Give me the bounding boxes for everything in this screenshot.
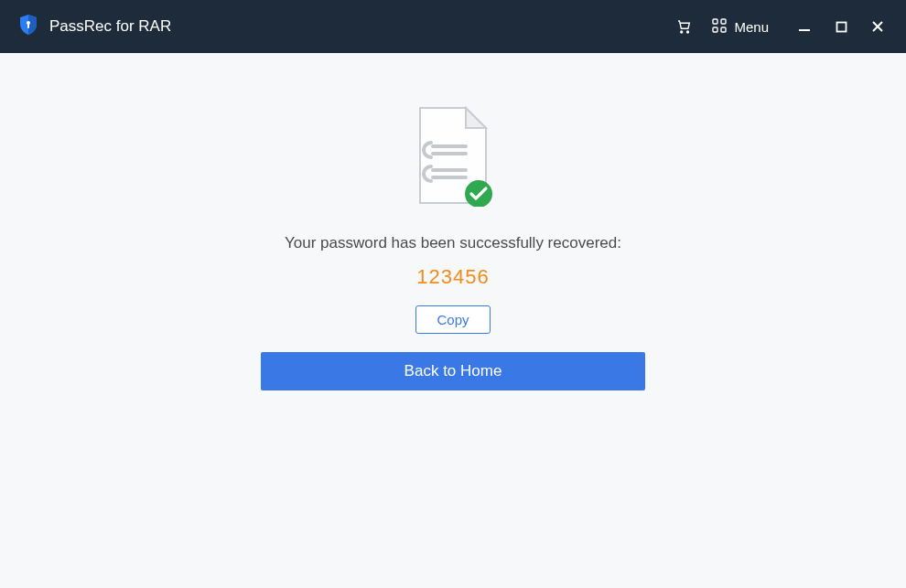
close-button[interactable] [869,18,886,35]
maximize-button[interactable] [833,18,849,35]
svg-point-12 [465,180,492,207]
app-title: PassRec for RAR [49,17,171,36]
svg-rect-4 [713,19,717,24]
back-to-home-button[interactable]: Back to Home [261,352,645,390]
document-success-icon [413,106,493,210]
svg-rect-6 [713,27,717,32]
shield-icon [18,14,38,39]
cart-icon[interactable] [675,18,692,35]
titlebar-left: PassRec for RAR [18,14,171,39]
grid-icon [712,18,727,36]
content-area: Your password has been successfully reco… [0,53,906,588]
svg-rect-7 [721,27,726,32]
copy-button[interactable]: Copy [415,305,490,334]
titlebar: PassRec for RAR Menu [0,0,906,53]
svg-rect-5 [721,19,726,24]
menu-button[interactable]: Menu [712,18,769,36]
svg-rect-1 [27,24,29,28]
svg-rect-9 [836,22,846,31]
svg-point-3 [687,31,689,33]
minimize-button[interactable] [796,18,813,35]
window-controls [796,18,886,35]
svg-point-2 [681,31,683,33]
recovered-password: 123456 [416,265,489,289]
titlebar-right: Menu [675,18,906,36]
menu-label: Menu [734,19,769,35]
success-message: Your password has been successfully reco… [285,234,621,252]
